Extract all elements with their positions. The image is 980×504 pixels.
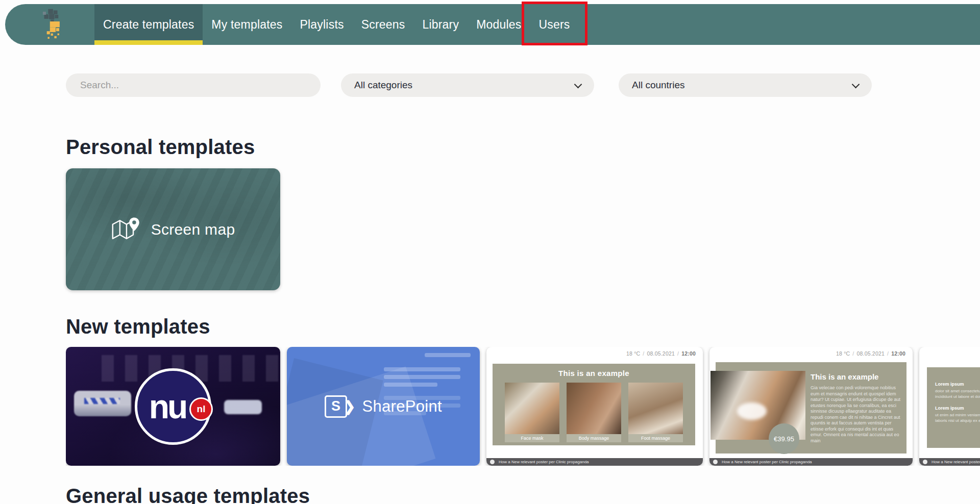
car-image xyxy=(224,400,262,414)
nav-item-my-templates[interactable]: My templates xyxy=(203,4,291,45)
template-card-spa-triple[interactable]: 18 °C/08.05.2021/12:00 This is an exampl… xyxy=(486,347,703,466)
ticker-bar: How a New relevant poster per Clinic pro… xyxy=(919,458,980,466)
photo-item: Face mask xyxy=(505,383,559,442)
screen-map-label: Screen map xyxy=(151,221,235,238)
new-templates-row: nu nl S ❯ SharePoint 18 °C/08.05.2021/12… xyxy=(66,347,980,466)
search-field-wrap xyxy=(66,73,321,97)
app-logo-icon[interactable] xyxy=(35,8,70,42)
chevron-down-icon xyxy=(574,81,582,89)
nav-item-playlists[interactable]: Playlists xyxy=(291,4,353,45)
sharepoint-logo: S ❯ SharePoint xyxy=(325,395,442,418)
nav-item-screens[interactable]: Screens xyxy=(353,4,414,45)
top-navbar: Create templates My templates Playlists … xyxy=(5,4,980,45)
template-text-block: This is an example Gia velecae con pedi … xyxy=(811,372,903,444)
police-van-image xyxy=(74,391,131,416)
new-templates-heading: New templates xyxy=(66,315,210,338)
personal-templates-heading: Personal templates xyxy=(66,136,255,159)
template-card-spa-single[interactable]: 18 °C/08.05.2021/12:00 €39.95 This is an… xyxy=(709,347,913,466)
chevron-down-icon xyxy=(852,81,860,89)
categories-select-value: All categories xyxy=(354,80,412,91)
ticker-icon xyxy=(713,460,718,464)
sharepoint-label: SharePoint xyxy=(362,397,442,416)
ticker-bar: How a New relevant poster per Clinic pro… xyxy=(486,458,703,466)
photo-caption: Body massage xyxy=(567,434,621,442)
sharepoint-chevron-icon: ❯ xyxy=(344,398,355,415)
ticker-bar: How a New relevant poster per Clinic pro… xyxy=(709,458,913,466)
nav-menu: Create templates My templates Playlists … xyxy=(94,4,579,45)
price-badge: €39.95 xyxy=(769,423,799,454)
categories-select[interactable]: All categories xyxy=(341,73,594,97)
nav-item-modules[interactable]: Modules xyxy=(468,4,530,45)
nu-logo: nu nl xyxy=(135,368,211,445)
nav-item-library[interactable]: Library xyxy=(413,4,468,45)
photo-caption: Face mask xyxy=(505,434,559,442)
template-card-partial[interactable]: Lorem ipsum dolor sit amet consectetur a… xyxy=(919,347,980,466)
filter-bar: All categories All countries xyxy=(0,73,980,97)
nav-item-create-templates[interactable]: Create templates xyxy=(94,4,203,45)
template-card-sharepoint[interactable]: S ❯ SharePoint xyxy=(287,347,480,466)
spa-photos: Face mask Body massage Foot massage xyxy=(505,383,683,442)
countries-select[interactable]: All countries xyxy=(619,73,872,97)
nl-badge: nl xyxy=(189,397,213,421)
map-pin-icon xyxy=(111,217,141,242)
nu-logo-text: nu xyxy=(137,371,198,442)
photo-caption: Foot massage xyxy=(628,434,683,442)
template-title: This is an example xyxy=(493,369,695,377)
spa-photo-image xyxy=(567,383,621,434)
screen-map-template-card[interactable]: Screen map xyxy=(66,168,280,290)
blurred-date-text xyxy=(425,353,471,357)
template-body-text: Gia velecae con pedi voloremque nobitius… xyxy=(811,385,903,444)
search-input[interactable] xyxy=(66,73,321,97)
ticker-icon xyxy=(923,460,927,464)
template-title: This is an example xyxy=(811,372,903,381)
countries-select-value: All countries xyxy=(632,80,685,91)
general-usage-templates-heading: General usage templates xyxy=(66,485,310,504)
spa-photo-image xyxy=(628,383,683,434)
template-text-block: Lorem ipsum dolor sit amet consectetur a… xyxy=(935,382,980,430)
template-meta: 18 °C/08.05.2021/12:00 xyxy=(626,350,696,357)
nav-item-users[interactable]: Users xyxy=(530,4,579,45)
page: Create templates My templates Playlists … xyxy=(0,0,980,504)
template-meta: 18 °C/08.05.2021/12:00 xyxy=(836,350,905,357)
spa-photo-image xyxy=(505,383,559,434)
template-panel: This is an example Face mask Body massag… xyxy=(493,364,695,445)
photo-item: Foot massage xyxy=(628,383,683,442)
photo-item: Body massage xyxy=(567,383,621,442)
ticker-icon xyxy=(490,460,495,464)
template-card-nu-nl[interactable]: nu nl xyxy=(66,347,280,466)
